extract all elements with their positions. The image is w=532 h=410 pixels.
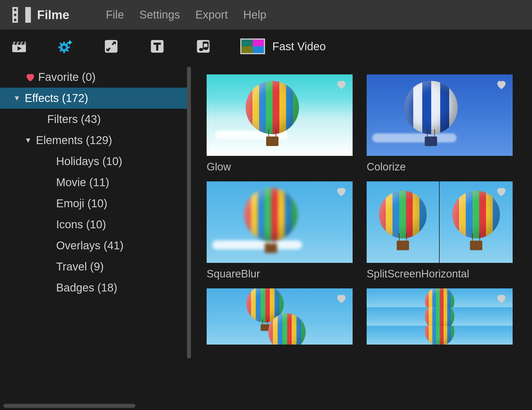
effect-card-partial-1[interactable] — [207, 288, 353, 345]
effect-thumbnail — [367, 181, 513, 263]
svg-rect-12 — [67, 47, 70, 48]
effect-thumbnail — [367, 74, 513, 156]
sidebar-label: Effects (172) — [25, 92, 88, 104]
effect-card-splitscreenhorizontal[interactable]: SplitScreenHorizontal — [367, 181, 513, 280]
sidebar-label: Filters (43) — [47, 113, 101, 126]
menu-items: File Settings Export Help — [106, 8, 266, 21]
sidebar-item-emoji[interactable]: Emoji (10) — [0, 193, 191, 214]
svg-rect-31 — [203, 42, 209, 44]
fast-video-icon — [240, 38, 265, 54]
menu-settings[interactable]: Settings — [139, 8, 180, 21]
effect-card-partial-2[interactable] — [367, 288, 513, 345]
favorite-toggle[interactable] — [495, 292, 508, 306]
fast-video-button[interactable]: Fast Video — [240, 38, 326, 54]
effect-label: Colorize — [367, 161, 513, 173]
sidebar-item-badges[interactable]: Badges (18) — [0, 277, 191, 298]
sidebar-label: Elements (129) — [36, 134, 112, 147]
sidebar-label: Badges (18) — [56, 281, 117, 294]
favorite-toggle[interactable] — [495, 78, 508, 92]
toolbar: Fast Video — [0, 29, 532, 63]
chevron-down-icon: ▼ — [22, 136, 34, 145]
svg-rect-9 — [63, 42, 65, 44]
sidebar-label: Movie (11) — [56, 176, 109, 189]
sparkle-gear-icon — [57, 38, 74, 55]
heart-icon — [25, 71, 36, 83]
sidebar-item-icons[interactable]: Icons (10) — [0, 214, 191, 235]
effect-label: SplitScreenHorizontal — [367, 268, 513, 280]
effect-thumbnail — [207, 288, 353, 345]
sidebar-label: Travel (9) — [56, 260, 104, 273]
sidebar-scrollbar-horizontal[interactable] — [3, 404, 135, 408]
transitions-button[interactable] — [102, 37, 120, 55]
sidebar-item-elements[interactable]: ▼ Elements (129) — [0, 130, 191, 151]
sidebar-label: Holidays (10) — [56, 155, 122, 168]
effect-card-glow[interactable]: Glow — [207, 74, 353, 173]
menu-help[interactable]: Help — [243, 8, 266, 21]
film-strip-icon — [12, 7, 31, 23]
svg-rect-25 — [156, 43, 158, 51]
sidebar-label: Emoji (10) — [56, 197, 107, 210]
sidebar-item-movie[interactable]: Movie (11) — [0, 172, 191, 193]
clapper-play-icon — [11, 38, 28, 55]
app-logo: Filme — [12, 7, 69, 23]
favorite-toggle[interactable] — [335, 185, 348, 199]
sidebar-scrollbar-vertical[interactable] — [187, 67, 191, 359]
menu-export[interactable]: Export — [195, 8, 228, 21]
music-note-icon — [195, 38, 212, 55]
sidebar-item-travel[interactable]: Travel (9) — [0, 256, 191, 277]
sidebar-item-favorite[interactable]: ▶ Favorite (0) — [0, 67, 191, 88]
effects-grid: Glow Colorize — [191, 63, 532, 410]
svg-point-27 — [199, 48, 203, 51]
text-button[interactable] — [148, 37, 166, 55]
chevron-down-icon: ▼ — [11, 94, 22, 102]
svg-rect-10 — [63, 51, 65, 53]
app-name: Filme — [37, 8, 69, 22]
favorite-toggle[interactable] — [335, 292, 348, 306]
effect-card-colorize[interactable]: Colorize — [367, 74, 513, 173]
effect-card-squareblur[interactable]: SquareBlur — [207, 181, 353, 280]
effect-thumbnail — [207, 181, 353, 263]
favorite-toggle[interactable] — [495, 185, 508, 199]
sidebar: ▶ Favorite (0) ▼ Effects (172) ▶ Filters… — [0, 63, 191, 410]
sidebar-item-effects[interactable]: ▼ Effects (172) — [0, 88, 191, 109]
sidebar-item-holidays[interactable]: Holidays (10) — [0, 151, 191, 172]
audio-button[interactable] — [194, 37, 212, 55]
effects-button[interactable] — [56, 37, 74, 55]
menu-file[interactable]: File — [106, 8, 124, 21]
sidebar-label: Overlays (41) — [56, 239, 124, 252]
text-icon — [149, 38, 166, 55]
diagonal-arrows-icon — [103, 38, 120, 55]
sidebar-item-filters[interactable]: ▶ Filters (43) — [0, 109, 191, 130]
sidebar-label: Icons (10) — [56, 218, 106, 231]
svg-rect-11 — [58, 47, 61, 48]
effect-thumbnail — [207, 74, 353, 156]
favorite-toggle[interactable] — [335, 78, 348, 92]
fast-video-label: Fast Video — [272, 40, 326, 53]
effect-thumbnail — [367, 288, 513, 345]
svg-point-28 — [204, 47, 208, 50]
sidebar-item-overlays[interactable]: Overlays (41) — [0, 235, 191, 256]
media-library-button[interactable] — [10, 37, 28, 55]
effect-label: Glow — [207, 161, 353, 173]
sidebar-label: Favorite (0) — [38, 71, 96, 83]
menu-bar: Filme File Settings Export Help — [0, 0, 532, 29]
effect-label: SquareBlur — [207, 268, 353, 280]
svg-point-8 — [62, 45, 66, 49]
